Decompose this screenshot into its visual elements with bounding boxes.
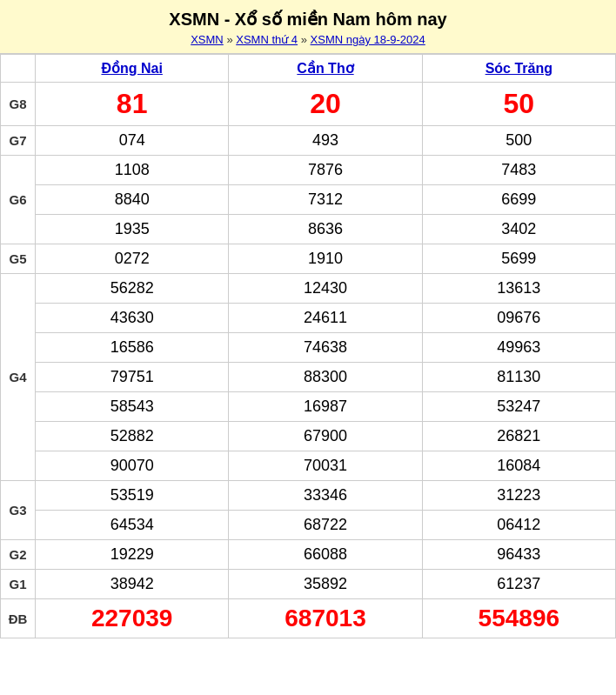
table-row: 90070 <box>36 451 229 481</box>
table-row: 3402 <box>422 215 615 244</box>
table-row: 500 <box>422 126 615 156</box>
nav-xsmn-date[interactable]: XSMN ngày 18-9-2024 <box>311 33 425 46</box>
page-title: XSMN - Xổ số miền Nam hôm nay <box>4 9 612 30</box>
row-label: G7 <box>1 126 36 156</box>
table-row: 96433 <box>422 540 615 570</box>
table-row: 53247 <box>422 392 615 422</box>
table-row: 38942 <box>36 570 229 599</box>
table-row: 52882 <box>36 422 229 451</box>
table-row: 67900 <box>229 422 422 451</box>
table-row: 13613 <box>422 274 615 304</box>
table-row: 20 <box>229 83 422 126</box>
table-row: 09676 <box>422 304 615 333</box>
table-row: 8636 <box>229 215 422 244</box>
col2-link[interactable]: Cần Thơ <box>297 61 353 76</box>
table-row: 074 <box>36 126 229 156</box>
nav-xsmn-thu4[interactable]: XSMN thứ 4 <box>236 33 298 46</box>
table-row: 1935 <box>36 215 229 244</box>
table-row: 16586 <box>36 333 229 363</box>
table-row: 88300 <box>229 363 422 392</box>
table-row: 64534 <box>36 511 229 540</box>
table-row: 81130 <box>422 363 615 392</box>
table-row: 16084 <box>422 451 615 481</box>
table-row: 35892 <box>229 570 422 599</box>
table-row: 12430 <box>229 274 422 304</box>
lottery-table: Đồng Nai Cần Thơ Sóc Trăng G8812050G7074… <box>0 54 616 638</box>
table-row: 7483 <box>422 156 615 185</box>
row-label: G8 <box>1 83 36 126</box>
table-row: 687013 <box>229 599 422 638</box>
table-row: 6699 <box>422 185 615 215</box>
table-row: 81 <box>36 83 229 126</box>
table-row: 33346 <box>229 481 422 511</box>
table-row: 5699 <box>422 244 615 274</box>
table-row: 61237 <box>422 570 615 599</box>
row-label: ĐB <box>1 599 36 638</box>
table-row: 06412 <box>422 511 615 540</box>
row-label: G1 <box>1 570 36 599</box>
table-row: 16987 <box>229 392 422 422</box>
col2-header: Cần Thơ <box>229 55 422 83</box>
table-row: 7876 <box>229 156 422 185</box>
table-row: 0272 <box>36 244 229 274</box>
col3-link[interactable]: Sóc Trăng <box>485 61 552 76</box>
table-row: 68722 <box>229 511 422 540</box>
table-row: 19229 <box>36 540 229 570</box>
row-label: G2 <box>1 540 36 570</box>
table-row: 74638 <box>229 333 422 363</box>
table-row: 26821 <box>422 422 615 451</box>
table-row: 1910 <box>229 244 422 274</box>
table-row: 8840 <box>36 185 229 215</box>
row-label: G3 <box>1 481 36 540</box>
main-container: XSMN - Xổ số miền Nam hôm nay XSMN » XSM… <box>0 0 616 638</box>
row-label: G4 <box>1 274 36 481</box>
table-row: 50 <box>422 83 615 126</box>
nav-xsmn[interactable]: XSMN <box>191 33 224 46</box>
table-row: 53519 <box>36 481 229 511</box>
table-row: 493 <box>229 126 422 156</box>
table-row: 31223 <box>422 481 615 511</box>
col3-header: Sóc Trăng <box>422 55 615 83</box>
breadcrumb: XSMN » XSMN thứ 4 » XSMN ngày 18-9-2024 <box>4 33 612 46</box>
col-label-header <box>1 55 36 83</box>
table-row: 56282 <box>36 274 229 304</box>
header: XSMN - Xổ số miền Nam hôm nay XSMN » XSM… <box>0 0 616 54</box>
table-row: 7312 <box>229 185 422 215</box>
row-label: G5 <box>1 244 36 274</box>
table-row: 43630 <box>36 304 229 333</box>
table-row: 58543 <box>36 392 229 422</box>
table-row: 227039 <box>36 599 229 638</box>
col1-header: Đồng Nai <box>36 55 229 83</box>
table-row: 24611 <box>229 304 422 333</box>
table-row: 79751 <box>36 363 229 392</box>
table-row: 49963 <box>422 333 615 363</box>
table-row: 70031 <box>229 451 422 481</box>
table-row: 1108 <box>36 156 229 185</box>
table-row: 66088 <box>229 540 422 570</box>
col1-link[interactable]: Đồng Nai <box>101 61 162 76</box>
table-row: 554896 <box>422 599 615 638</box>
row-label: G6 <box>1 156 36 244</box>
